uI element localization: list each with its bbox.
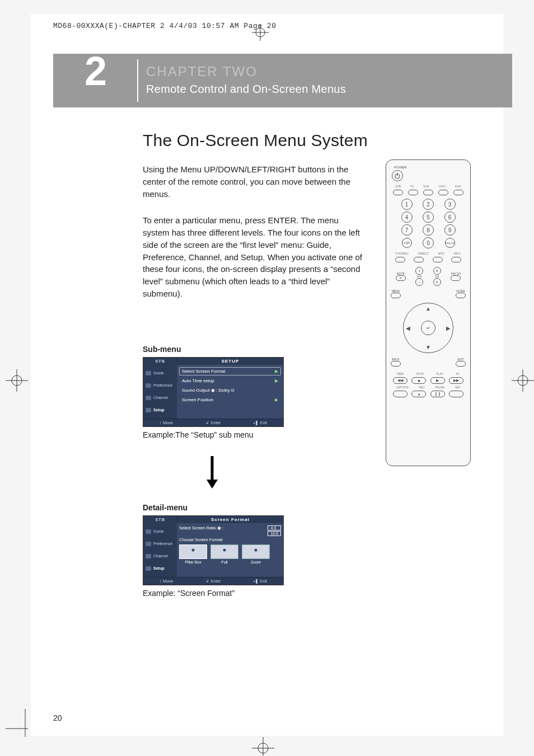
caption-button[interactable] bbox=[393, 391, 407, 397]
mode-dvd[interactable] bbox=[453, 190, 463, 195]
digit-4[interactable]: 4 bbox=[401, 212, 413, 223]
row-sound-output: Sound Output ◉ : Dolby D bbox=[179, 386, 281, 395]
section-title: The On-Screen Menu System bbox=[143, 131, 481, 150]
guide-button[interactable] bbox=[456, 293, 466, 298]
sf-caption: Example: “Screen Format” bbox=[143, 589, 481, 598]
side-channel: Channel bbox=[143, 554, 177, 558]
mode-stb[interactable] bbox=[393, 190, 403, 195]
power-button[interactable] bbox=[392, 170, 403, 181]
back-button[interactable] bbox=[391, 361, 401, 367]
stb-label: STB bbox=[143, 358, 177, 365]
svg-marker-4 bbox=[207, 480, 218, 489]
digit-1[interactable]: 1 bbox=[401, 199, 413, 210]
side-setup: Setup bbox=[143, 408, 177, 412]
mode-tv[interactable] bbox=[408, 190, 418, 195]
nav-right-icon: ▶ bbox=[446, 325, 451, 331]
enter-button[interactable]: ↵ bbox=[421, 321, 435, 335]
pause-button[interactable]: ❙❙ bbox=[430, 391, 445, 397]
digit-2[interactable]: 2 bbox=[423, 199, 434, 210]
power-label: POWER bbox=[394, 166, 466, 169]
set-button[interactable] bbox=[449, 391, 463, 397]
remote-control-diagram: POWER STB TV VCR CATV DVD 1 2 3 4 5 6 bbox=[386, 159, 471, 466]
chapter-subtitle: Remote Control and On-Screen Menus bbox=[146, 83, 346, 96]
detailmenu-label: Detail-menu bbox=[143, 503, 481, 512]
pre-ch[interactable]: PRE-CH bbox=[445, 238, 455, 248]
register-mark-bottom bbox=[252, 737, 269, 754]
mute-label: MUTE bbox=[396, 272, 406, 275]
screen-format-screenshot: STB Screen Format Guide Preference Chann… bbox=[143, 515, 284, 585]
nav-down-icon: ▼ bbox=[425, 344, 431, 350]
crop-mark bbox=[6, 709, 34, 739]
side-preference: Preference bbox=[143, 542, 177, 546]
page-number: 20 bbox=[53, 713, 62, 722]
info-button[interactable] bbox=[451, 257, 461, 262]
ratio-16-9: 16:9 bbox=[268, 531, 281, 536]
digit-9[interactable]: 9 bbox=[444, 224, 456, 236]
row-select-screen-format: Select Screen Format▶ bbox=[179, 367, 281, 375]
menu-button[interactable] bbox=[391, 293, 401, 298]
ch-down[interactable]: ∨ bbox=[433, 278, 441, 286]
row-screen-position: Screen Position▶ bbox=[179, 396, 281, 404]
choose-format-label: Choose Screen Format bbox=[179, 537, 281, 542]
digit-5[interactable]: 5 bbox=[423, 212, 434, 223]
setup-submenu-screenshot: STB SETUP Guide Preference Channel Setup… bbox=[143, 357, 284, 427]
rew-button[interactable]: ◀◀ bbox=[393, 377, 407, 384]
sf-title: Screen Format bbox=[177, 516, 283, 523]
mts-button[interactable] bbox=[433, 257, 443, 262]
arrow-icon: ▶ bbox=[275, 397, 278, 402]
play-button[interactable]: ▶ bbox=[430, 377, 445, 384]
register-mark-top bbox=[252, 24, 269, 41]
ff-button[interactable]: ▶▶ bbox=[449, 377, 463, 384]
vol-label: VOL bbox=[415, 275, 423, 278]
menu-label: MENU bbox=[391, 289, 401, 293]
digit-6[interactable]: 6 bbox=[444, 212, 456, 223]
ch-label: CH bbox=[433, 275, 441, 278]
page: MD68-00XXXA(E)-CHAPTER 2 4/4/03 10:57 AM… bbox=[31, 14, 503, 736]
sf-footer: ↕ Move ↲ Enter •❚ Exit bbox=[143, 577, 283, 585]
chapter-banner: 2 CHAPTER TWO Remote Control and On-Scre… bbox=[53, 54, 512, 107]
select-ratio-label: Select Screen Ratio ◉ : bbox=[179, 525, 224, 536]
exit-button[interactable] bbox=[456, 361, 466, 367]
nav-left-icon: ◀ bbox=[406, 325, 410, 331]
digit-0[interactable]: 0 bbox=[423, 237, 434, 248]
ch-up[interactable]: ∧ bbox=[433, 267, 441, 275]
power-icon bbox=[394, 172, 401, 179]
rec-button[interactable]: ● bbox=[411, 391, 426, 397]
favch-button[interactable] bbox=[451, 275, 461, 281]
chapter-number: 2 bbox=[85, 48, 107, 94]
guide-label: GUIDE bbox=[456, 289, 466, 293]
setup-title: SETUP bbox=[177, 358, 283, 365]
tv-video-button[interactable] bbox=[395, 257, 405, 262]
sf-main: Select Screen Ratio ◉ : 4:3 16:9 Choose … bbox=[177, 523, 283, 577]
plus-100[interactable]: +100 bbox=[402, 238, 412, 248]
thumb-pillar-box: Pillar Box bbox=[179, 544, 207, 564]
mute-button[interactable]: ✕ bbox=[396, 275, 406, 281]
register-mark-left bbox=[6, 369, 22, 386]
nav-ring[interactable]: ▲ ▼ ◀ ▶ ↵ bbox=[403, 303, 453, 353]
thumb-full: Full bbox=[210, 544, 238, 564]
side-preference: Preference bbox=[143, 383, 177, 387]
nav-up-icon: ▲ bbox=[425, 306, 431, 312]
aspect-button[interactable] bbox=[414, 257, 424, 262]
side-guide: Guide bbox=[143, 371, 177, 375]
stb-label: STB bbox=[143, 516, 177, 523]
mode-vcr[interactable] bbox=[423, 190, 433, 195]
ratio-4-3: 4:3 bbox=[268, 525, 281, 530]
digit-3[interactable]: 3 bbox=[444, 199, 456, 210]
digit-7[interactable]: 7 bbox=[401, 224, 413, 236]
digit-8[interactable]: 8 bbox=[423, 224, 434, 236]
stop-button[interactable]: ■ bbox=[411, 377, 426, 384]
vol-up[interactable]: + bbox=[415, 267, 423, 275]
chapter-title: CHAPTER TWO bbox=[146, 64, 257, 79]
back-label: BACK bbox=[391, 358, 401, 361]
row-auto-time: Auto Time setup▶ bbox=[179, 377, 281, 385]
side-setup: Setup bbox=[143, 566, 177, 570]
arrow-icon: ▶ bbox=[275, 369, 278, 374]
arrow-icon: ▶ bbox=[275, 378, 278, 383]
paragraph-2: To enter a particular menu, press ENTER.… bbox=[143, 214, 367, 299]
side-menu: Guide Preference Channel Setup bbox=[143, 365, 177, 419]
vol-down[interactable]: − bbox=[415, 278, 423, 286]
side-guide: Guide bbox=[143, 529, 177, 533]
setup-main: Select Screen Format▶ Auto Time setup▶ S… bbox=[177, 365, 283, 419]
mode-catv[interactable] bbox=[438, 190, 448, 195]
